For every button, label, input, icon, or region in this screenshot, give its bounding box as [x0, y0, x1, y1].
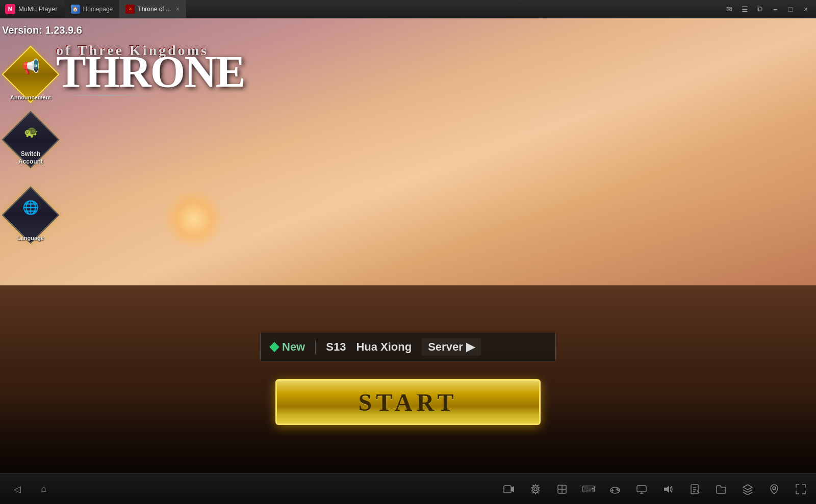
titlebar-controls: ✉ ☰ ⧉ − □ ×: [722, 2, 816, 16]
maximize-btn[interactable]: □: [783, 2, 798, 16]
game-logo: of Three Kingdoms THRONE: [56, 44, 244, 99]
switch-account-btn[interactable]: 🐢 SwitchAccount: [5, 114, 56, 165]
game-area: Version: 1.23.9.6 📢 Announcement 🐢 Switc…: [0, 18, 816, 504]
announcement-icon: 📢: [22, 60, 40, 74]
close-btn[interactable]: ×: [799, 2, 813, 16]
tab-game[interactable]: ⚔ Throne of ... ×: [119, 0, 186, 18]
tabs-area: 🏠 Homepage ⚔ Throne of ... ×: [65, 0, 186, 18]
svg-marker-14: [664, 486, 669, 493]
language-btn[interactable]: 🌐 Language: [5, 190, 56, 241]
share-btn[interactable]: [549, 476, 575, 502]
location-btn[interactable]: [761, 476, 787, 502]
svg-point-2: [534, 488, 537, 491]
display-btn[interactable]: [628, 476, 655, 502]
switch-account-label: SwitchAccount: [5, 150, 56, 165]
app-icon: M: [5, 4, 15, 14]
server-bar: New S13 Hua Xiong Server ▶: [260, 333, 556, 361]
server-btn-label: Server: [428, 340, 463, 354]
left-panel: 📢 Announcement 🐢 SwitchAccount 🌐 Languag…: [5, 49, 56, 241]
svg-marker-19: [743, 485, 752, 490]
svg-marker-1: [511, 486, 514, 492]
server-new-label: New: [282, 340, 305, 354]
taskbar-tools: ⌨: [496, 476, 816, 502]
resize-btn[interactable]: [787, 476, 814, 502]
home-btn[interactable]: ⌂: [31, 476, 57, 502]
apk-btn[interactable]: [681, 476, 708, 502]
titlebar: M MuMu Player 🏠 Homepage ⚔ Throne of ...…: [0, 0, 816, 18]
start-btn-label: START: [359, 388, 458, 416]
svg-rect-15: [691, 485, 698, 494]
svg-point-10: [618, 490, 619, 491]
keyboard-btn[interactable]: ⌨: [575, 476, 602, 502]
minimize-btn[interactable]: −: [768, 2, 782, 16]
taskbar-nav: ◁ ⌂: [0, 476, 61, 502]
svg-point-9: [617, 489, 618, 490]
server-new-badge: New: [271, 340, 305, 354]
language-label: Language: [5, 235, 56, 242]
announcement-label: Announcement: [5, 94, 56, 101]
gamepad-btn[interactable]: [602, 476, 628, 502]
homepage-icon: 🏠: [71, 5, 80, 14]
volume-btn[interactable]: [655, 476, 681, 502]
announcement-btn[interactable]: 📢 Announcement: [5, 49, 56, 100]
logo-main: of Three Kingdoms THRONE: [56, 44, 244, 92]
back-btn[interactable]: ◁: [4, 476, 31, 502]
folder-btn[interactable]: [708, 476, 734, 502]
tab-close-btn[interactable]: ×: [176, 6, 180, 13]
svg-rect-0: [504, 486, 511, 493]
taskbar: ◁ ⌂ ⌨: [0, 473, 816, 504]
language-icon: 🌐: [22, 201, 39, 214]
switch-icon: 🐢: [24, 126, 38, 138]
svg-point-20: [773, 487, 776, 490]
gem-icon: [269, 342, 279, 352]
sun-glow: [163, 189, 224, 250]
settings-btn[interactable]: [522, 476, 549, 502]
mail-icon[interactable]: ✉: [722, 2, 736, 16]
svg-rect-11: [637, 486, 646, 492]
app-logo: M MuMu Player: [0, 4, 63, 14]
throne-icon: ⚔: [125, 5, 135, 14]
video-record-btn[interactable]: [496, 476, 522, 502]
app-name: MuMu Player: [18, 5, 58, 13]
tab-game-label: Throne of ...: [138, 6, 171, 13]
restore-icon[interactable]: ⧉: [753, 2, 767, 16]
start-button[interactable]: START: [275, 379, 541, 425]
server-select-btn[interactable]: Server ▶: [422, 338, 481, 356]
server-id: S13: [315, 340, 346, 354]
tab-homepage[interactable]: 🏠 Homepage: [65, 0, 120, 18]
menu-icon[interactable]: ☰: [737, 2, 752, 16]
version-text: Version: 1.23.9.6: [2, 24, 82, 36]
tab-homepage-label: Homepage: [83, 6, 113, 13]
server-arrow-icon: ▶: [466, 340, 475, 354]
layers-btn[interactable]: [734, 476, 761, 502]
server-character: Hua Xiong: [356, 340, 412, 354]
